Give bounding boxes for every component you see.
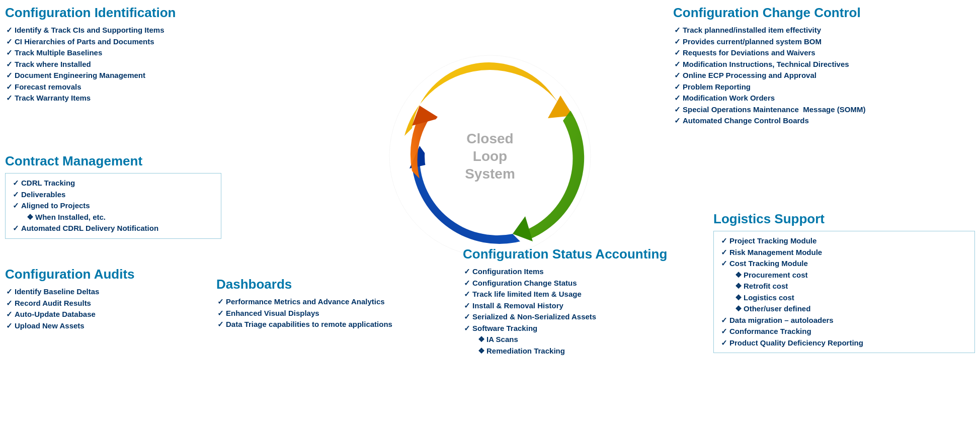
- dashboards-title: Dashboards: [216, 277, 458, 292]
- list-item: Forecast removals: [5, 81, 221, 93]
- list-item: Cost Tracking Module: [720, 258, 968, 270]
- list-item: Remediation Tracking: [463, 346, 755, 357]
- list-item: Track Warranty Items: [5, 93, 221, 104]
- list-item: Track life limited Item & Usage: [463, 289, 755, 300]
- list-item: Online ECP Processing and Approval: [673, 70, 975, 81]
- list-item: Project Tracking Module: [720, 235, 968, 247]
- list-item: Product Quality Deficiency Reporting: [720, 337, 968, 349]
- logistics-support-title: Logistics Support: [713, 211, 975, 227]
- config-change-control-section: Configuration Change Control Track plann…: [673, 5, 975, 127]
- contract-management-title: Contract Management: [5, 153, 221, 169]
- list-item: Modification Work Orders: [673, 93, 975, 104]
- list-item: Software Tracking: [463, 323, 755, 334]
- list-item: Install & Removal History: [463, 300, 755, 312]
- list-item: Other/user defined: [720, 303, 968, 315]
- svg-text:System: System: [465, 166, 515, 182]
- loop-diagram: Closed Loop System: [374, 45, 606, 267]
- list-item: Requests for Deviations and Waivers: [673, 47, 975, 59]
- list-item: IA Scans: [463, 334, 755, 346]
- list-item: Logistics cost: [720, 292, 968, 304]
- list-item: Risk Management Module: [720, 247, 968, 259]
- list-item: Retrofit cost: [720, 281, 968, 292]
- config-change-control-title: Configuration Change Control: [673, 5, 975, 21]
- list-item: Identify & Track CIs and Supporting Item…: [5, 25, 221, 36]
- list-item: Performance Metrics and Advance Analytic…: [216, 296, 458, 308]
- dashboards-items: Performance Metrics and Advance Analytic…: [216, 296, 458, 330]
- list-item: CDRL Tracking: [12, 178, 215, 189]
- config-audits-items: Identify Baseline Deltas Record Audit Re…: [5, 286, 196, 331]
- list-item: Upload New Assets: [5, 320, 196, 332]
- config-identification-section: Configuration Identification Identify & …: [5, 5, 221, 104]
- list-item: Serialized & Non-Serialized Assets: [463, 311, 755, 323]
- contract-management-section: Contract Management CDRL Tracking Delive…: [5, 153, 221, 239]
- list-item: Record Audit Results: [5, 298, 196, 309]
- config-audits-section: Configuration Audits Identify Baseline D…: [5, 267, 196, 331]
- list-item: When Installed, etc.: [12, 212, 215, 223]
- list-item: Data Triage capabilities to remote appli…: [216, 319, 458, 330]
- list-item: Track where Installed: [5, 59, 221, 70]
- list-item: Track planned/installed item effectivity: [673, 25, 975, 36]
- list-item: Automated Change Control Boards: [673, 115, 975, 127]
- list-item: Data migration – autoloaders: [720, 315, 968, 326]
- config-identification-items: Identify & Track CIs and Supporting Item…: [5, 25, 221, 104]
- list-item: Procurement cost: [720, 270, 968, 281]
- list-item: Track Multiple Baselines: [5, 47, 221, 59]
- list-item: Special Operations Maintenance Message (…: [673, 104, 975, 116]
- list-item: Identify Baseline Deltas: [5, 286, 196, 298]
- list-item: Auto-Update Database: [5, 309, 196, 320]
- list-item: Provides current/planned system BOM: [673, 36, 975, 48]
- list-item: Configuration Change Status: [463, 278, 755, 289]
- contract-management-box: CDRL Tracking Deliverables Aligned to Pr…: [5, 173, 221, 239]
- list-item: Enhanced Visual Displays: [216, 308, 458, 319]
- page-container: Configuration Identification Identify & …: [0, 0, 980, 430]
- dashboards-section: Dashboards Performance Metrics and Advan…: [216, 277, 458, 330]
- config-audits-title: Configuration Audits: [5, 267, 196, 282]
- list-item: Conformance Tracking: [720, 326, 968, 337]
- list-item: Modification Instructions, Technical Dir…: [673, 59, 975, 70]
- list-item: Deliverables: [12, 189, 215, 201]
- center-diagram: Closed Loop System: [364, 40, 616, 272]
- config-change-control-items: Track planned/installed item effectivity…: [673, 25, 975, 127]
- list-item: Automated CDRL Delivery Notification: [12, 223, 215, 234]
- config-identification-title: Configuration Identification: [5, 5, 221, 21]
- config-status-items: Configuration Items Configuration Change…: [463, 266, 755, 357]
- list-item: Aligned to Projects: [12, 200, 215, 212]
- list-item: CI Hierarchies of Parts and Documents: [5, 36, 221, 48]
- list-item: Document Engineering Management: [5, 70, 221, 81]
- list-item: Problem Reporting: [673, 81, 975, 93]
- svg-text:Closed: Closed: [466, 131, 513, 146]
- svg-text:Loop: Loop: [473, 148, 507, 164]
